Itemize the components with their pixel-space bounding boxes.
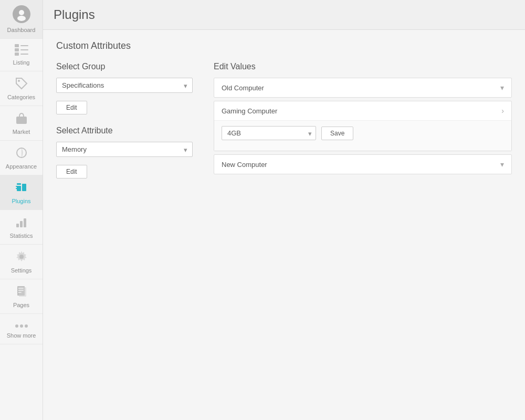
svg-rect-18 [20,221,23,227]
pages-icon [15,285,28,300]
new-computer-panel[interactable]: New Computer ▾ [214,154,512,174]
page-title: Plugins [54,7,514,22]
sidebar-item-dashboard[interactable]: Dashboard [0,0,43,39]
sidebar-item-label-statistics: Statistics [9,233,33,239]
plugin-icon [15,181,28,196]
appearance-icon [15,146,28,162]
select-group-dropdown[interactable]: Specifications [56,78,193,93]
gaming-computer-inner: 4GB Save [214,121,511,151]
sidebar-item-label-market: Market [13,129,30,135]
save-button[interactable]: Save [321,127,353,140]
select-group-section: Select Group Specifications Edit [56,62,193,114]
edit-group-button[interactable]: Edit [56,101,87,114]
gaming-computer-title: Gaming Computer [222,107,277,115]
svg-rect-5 [15,52,19,56]
tag-icon [15,77,28,92]
sidebar-item-label-categories: Categories [7,94,35,100]
gaming-computer-chevron: › [501,107,504,115]
memory-select-wrapper: 4GB [222,126,316,140]
sidebar-item-plugins[interactable]: Plugins [0,175,43,210]
svg-rect-3 [15,44,19,47]
gaming-computer-row[interactable]: Gaming Computer › [214,101,511,121]
old-computer-panel: Old Computer ▾ [214,78,512,98]
svg-rect-19 [24,218,26,227]
stats-icon [15,215,28,231]
sidebar-item-appearance[interactable]: Appearance [0,141,43,175]
svg-rect-4 [15,48,19,51]
left-column: Select Group Specifications Edit Select … [56,62,193,178]
svg-rect-13 [22,184,26,191]
select-attribute-dropdown[interactable]: Memory [56,142,193,157]
memory-dropdown[interactable]: 4GB [222,126,316,140]
edit-values-label: Edit Values [214,62,512,71]
svg-point-26 [15,324,18,328]
new-computer-title: New Computer [222,161,267,169]
dashboard-icon [13,5,30,25]
old-computer-row[interactable]: Old Computer ▾ [214,78,511,97]
memory-row: 4GB Save [222,126,504,140]
select-group-label: Select Group [56,62,193,71]
page-header: Plugins [43,0,525,30]
two-column-layout: Select Group Specifications Edit Select … [56,62,512,178]
content-area: Custom Attributes Select Group Specifica… [43,30,525,420]
svg-rect-17 [16,224,19,227]
main-content: Plugins Custom Attributes Select Group S… [43,0,525,420]
new-computer-chevron: ▾ [500,160,504,169]
svg-rect-15 [16,186,18,187]
sidebar-item-label-plugins: Plugins [12,198,30,204]
select-attribute-section: Select Attribute Memory Edit [56,126,193,178]
sidebar-item-show-more[interactable]: Show more [0,314,43,344]
select-group-wrapper: Specifications [56,78,193,93]
svg-rect-8 [20,54,28,55]
svg-point-27 [20,324,23,328]
sidebar-item-categories[interactable]: Categories [0,71,43,106]
bag-icon [15,111,28,127]
svg-point-9 [18,80,20,82]
right-column: Edit Values Old Computer ▾ Gaming Comput… [214,62,512,178]
edit-attribute-button[interactable]: Edit [56,165,87,178]
svg-rect-10 [16,117,27,124]
sidebar-item-label-pages: Pages [13,302,29,308]
sidebar-item-settings[interactable]: Settings [0,245,43,279]
svg-point-28 [25,324,28,328]
sidebar-item-label-appearance: Appearance [6,163,37,170]
sidebar-item-statistics[interactable]: Statistics [0,210,43,245]
svg-rect-25 [19,287,26,297]
sidebar-item-label-dashboard: Dashboard [7,27,36,33]
sidebar: Dashboard Listing Categories [0,0,43,420]
more-icon [15,319,28,331]
sidebar-item-label-listing: Listing [13,59,30,66]
svg-rect-7 [20,49,28,50]
select-attribute-wrapper: Memory [56,142,193,157]
sidebar-item-listing[interactable]: Listing [0,39,43,71]
svg-point-2 [17,16,26,21]
sidebar-item-label-settings: Settings [11,267,32,274]
sidebar-item-pages[interactable]: Pages [0,279,43,314]
sidebar-item-label-show-more: Show more [7,332,36,339]
list-icon [15,44,28,58]
svg-rect-14 [17,183,21,185]
select-attribute-label: Select Attribute [56,126,193,135]
old-computer-title: Old Computer [222,84,264,92]
settings-icon [15,250,28,266]
gaming-computer-panel: Gaming Computer › 4GB Save [214,101,512,151]
svg-rect-16 [16,188,18,189]
section-title: Custom Attributes [56,40,512,51]
sidebar-item-market[interactable]: Market [0,106,43,141]
old-computer-chevron: ▾ [500,83,504,92]
svg-rect-6 [20,45,28,46]
svg-point-1 [19,10,24,15]
